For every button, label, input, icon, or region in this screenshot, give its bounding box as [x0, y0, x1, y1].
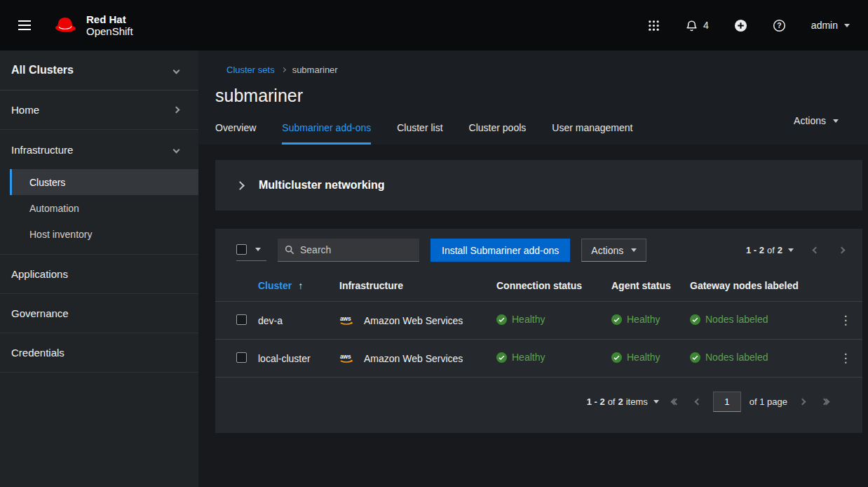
search-icon: [285, 245, 294, 255]
page-actions-dropdown[interactable]: Actions: [794, 115, 839, 126]
search-box: [278, 239, 419, 262]
tab-user-management[interactable]: User management: [552, 122, 632, 145]
cluster-name: dev-a: [252, 302, 334, 340]
prev-page-icon[interactable]: [813, 247, 820, 254]
create-button[interactable]: [734, 19, 747, 32]
breadcrumb-current: submariner: [292, 65, 338, 75]
pagination-items-range[interactable]: 1 - 2 of 2 items: [587, 396, 648, 407]
infrastructure-cell: aws Amazon Web Services: [339, 353, 485, 364]
gateway-status[interactable]: Nodes labeled: [690, 352, 768, 363]
table-row: local-cluster aws Amazon Web Services: [215, 340, 862, 378]
expandable-card-title: Multicluster networking: [259, 179, 385, 192]
next-page-icon[interactable]: [839, 247, 846, 254]
sidebar-item-home[interactable]: Home: [0, 91, 198, 130]
last-page-icon[interactable]: [822, 399, 829, 404]
cluster-switcher-label: All Clusters: [11, 64, 74, 76]
bulk-select-dropdown[interactable]: [236, 240, 266, 261]
redhat-openshift-logo[interactable]: Red Hat OpenShift: [50, 13, 133, 37]
sort-ascending-icon: ↑: [298, 280, 303, 291]
current-page-input[interactable]: [713, 392, 741, 412]
sidebar-nav: All Clusters Home Infrastructure Cluster…: [0, 51, 198, 487]
check-circle-icon: [611, 352, 622, 363]
kebab-menu-icon[interactable]: ⋮: [829, 340, 862, 378]
column-header-cluster: Cluster ↑: [252, 270, 334, 302]
tab-submariner-add-ons[interactable]: Submariner add-ons: [282, 122, 371, 145]
notifications-button[interactable]: 4: [685, 19, 709, 32]
column-header-connection-status: Connection status: [491, 270, 606, 302]
gateway-status[interactable]: Nodes labeled: [690, 314, 768, 325]
sidebar-item-label: Infrastructure: [11, 144, 73, 156]
connection-status[interactable]: Healthy: [496, 314, 545, 325]
chevron-down-icon: [173, 67, 180, 74]
sidebar-item-label: Home: [11, 104, 39, 116]
page-count-label: of 1 page: [750, 396, 787, 407]
tab-cluster-list[interactable]: Cluster list: [397, 122, 442, 145]
breadcrumb-cluster-sets-link[interactable]: Cluster sets: [226, 65, 275, 75]
help-button[interactable]: ?: [773, 19, 786, 32]
check-circle-icon: [690, 352, 700, 363]
question-circle-icon: ?: [773, 19, 786, 32]
column-header-agent-status: Agent status: [606, 270, 684, 302]
sidebar-item-governance[interactable]: Governance: [0, 294, 198, 333]
main-content: Cluster sets submariner submariner Actio…: [198, 51, 868, 487]
svg-text:?: ?: [777, 22, 781, 29]
agent-status[interactable]: Healthy: [611, 352, 660, 363]
infrastructure-subnav: Clusters Automation Host inventory: [10, 169, 198, 247]
sidebar-item-label: Governance: [11, 307, 69, 319]
sidebar-item-host-inventory[interactable]: Host inventory: [10, 221, 198, 247]
bulk-select-checkbox[interactable]: [236, 244, 247, 255]
caret-down-icon: [788, 248, 794, 252]
tab-overview[interactable]: Overview: [215, 122, 256, 145]
page-title: submariner: [215, 86, 851, 106]
multicluster-networking-expandable[interactable]: Multicluster networking: [215, 160, 862, 211]
connection-status[interactable]: Healthy: [496, 352, 545, 363]
row-checkbox[interactable]: [236, 314, 247, 325]
nav-toggle-icon[interactable]: [18, 20, 31, 30]
aws-icon: aws: [339, 315, 358, 326]
column-header-gateway: Gateway nodes labeled: [684, 270, 829, 302]
toolbar-actions-dropdown[interactable]: Actions: [581, 239, 646, 262]
angle-right-icon: [236, 181, 245, 190]
check-circle-icon: [496, 314, 507, 325]
column-header-infrastructure: Infrastructure: [334, 270, 491, 302]
cluster-switcher[interactable]: All Clusters: [0, 51, 198, 91]
plus-circle-icon: [734, 19, 747, 32]
search-input[interactable]: [300, 244, 412, 255]
agent-status[interactable]: Healthy: [611, 314, 660, 325]
aws-icon: aws: [339, 353, 358, 364]
check-circle-icon: [496, 352, 507, 363]
pagination-top: 1 - 2 of 2: [746, 245, 844, 255]
infrastructure-cell: aws Amazon Web Services: [339, 315, 485, 326]
column-header-actions: [829, 270, 862, 302]
user-menu[interactable]: admin: [811, 20, 850, 31]
svg-text:aws: aws: [340, 353, 351, 360]
next-page-icon[interactable]: [799, 399, 806, 406]
sidebar-group-infrastructure: Infrastructure Clusters Automation Host …: [0, 130, 198, 255]
caret-down-icon: [255, 248, 261, 251]
caret-down-icon: [631, 248, 637, 252]
pagination-range[interactable]: 1 - 2 of 2: [746, 245, 782, 255]
sidebar-item-clusters[interactable]: Clusters: [10, 169, 198, 195]
page-content: Multicluster networking Install Submarin…: [198, 145, 868, 433]
sidebar-item-infrastructure[interactable]: Infrastructure: [0, 130, 198, 169]
submariner-clusters-table: Cluster ↑ Infrastructure Connection stat…: [215, 270, 862, 378]
app-launcher-icon[interactable]: [648, 20, 660, 32]
sidebar-item-credentials[interactable]: Credentials: [0, 333, 198, 373]
prev-page-icon[interactable]: [694, 399, 701, 406]
kebab-menu-icon[interactable]: ⋮: [829, 302, 862, 340]
chevron-right-icon: [173, 107, 180, 114]
sidebar-item-automation[interactable]: Automation: [10, 195, 198, 221]
brand-text: Red Hat OpenShift: [86, 13, 133, 37]
sort-by-cluster[interactable]: Cluster ↑: [258, 280, 303, 291]
masthead-tools: 4 ? admin: [648, 19, 850, 32]
check-circle-icon: [690, 314, 700, 325]
caret-down-icon: [844, 24, 850, 27]
first-page-icon[interactable]: [672, 399, 679, 404]
redhat-hat-icon: [50, 15, 80, 36]
install-submariner-button[interactable]: Install Submariner add-ons: [430, 239, 570, 262]
tab-cluster-pools[interactable]: Cluster pools: [469, 122, 527, 145]
cluster-name: local-cluster: [252, 340, 334, 378]
chevron-down-icon: [173, 146, 180, 153]
sidebar-item-applications[interactable]: Applications: [0, 255, 198, 294]
row-checkbox[interactable]: [236, 352, 247, 363]
